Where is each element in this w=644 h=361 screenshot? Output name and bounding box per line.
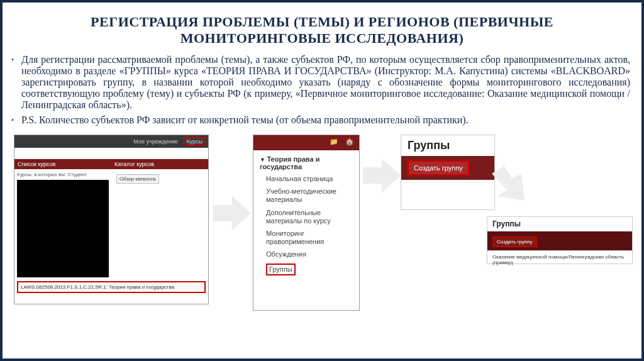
screenshot-gallery: Мое учреждение Курсы Список курсов Курсы…	[3, 135, 641, 323]
arrow-icon	[360, 153, 404, 197]
menu-item[interactable]: Обсуждения	[266, 250, 353, 258]
toolbar: 📁 🏠	[253, 135, 359, 150]
create-group-button[interactable]: Создать группу	[492, 236, 537, 247]
create-group-button[interactable]: Создать группу	[408, 160, 469, 175]
bullet-item: Для регистрации рассматриваемой проблемы…	[16, 54, 630, 111]
nav-link[interactable]: Мое учреждение	[133, 138, 178, 145]
menu-course-title[interactable]: Теория права и государства	[260, 155, 353, 170]
panel-title: Группы	[487, 217, 632, 231]
content-area	[17, 180, 109, 277]
menu-item[interactable]: Мониторинг правоприменения	[266, 230, 353, 246]
arrow-icon	[487, 166, 537, 216]
course-link-highlighted[interactable]: LAWS.082509.2013.F1.S.1.C.21.5R.1: Теори…	[17, 281, 206, 293]
bullet-item: P.S. Количество субъектов РФ зависит от …	[16, 114, 630, 126]
slide-title: РЕГИСТРАЦИЯ ПРОБЛЕМЫ (ТЕМЫ) И РЕГИОНОВ (…	[3, 3, 641, 52]
menu-item[interactable]: Учебно-методические материалы	[266, 187, 353, 204]
panel-title: Группы	[401, 135, 494, 156]
body-text: Курсы, в которых вы: Студент	[17, 172, 109, 177]
group-row[interactable]: Оказание медицинской помощи/Ленинградска…	[487, 250, 632, 269]
screenshot-course-menu: 📁 🏠 Теория права и государства Начальная…	[253, 135, 360, 311]
home-icon[interactable]: 🏠	[345, 138, 354, 145]
nav-link-courses[interactable]: Курсы	[183, 137, 206, 146]
screenshot-courses: Мое учреждение Курсы Список курсов Курсы…	[14, 135, 209, 304]
arrow-icon	[210, 191, 254, 235]
screenshot-groups-list: Группы Создать группу Оказание медицинск…	[487, 216, 633, 264]
menu-item-groups[interactable]: Группы	[266, 264, 296, 275]
top-nav: Мое учреждение Курсы	[14, 135, 208, 148]
browse-catalog-button[interactable]: Обзор каталога	[116, 174, 159, 184]
menu-item[interactable]: Дополнительные материалы по курсу	[266, 209, 353, 225]
menu-item[interactable]: Начальная страница	[266, 175, 353, 183]
panel-header: Каталог курсов	[111, 159, 208, 169]
folder-icon[interactable]: 📁	[330, 138, 338, 145]
screenshot-groups-panel: Группы Создать группу	[401, 135, 495, 210]
panel-header: Список курсов	[14, 159, 111, 169]
bullet-list: Для регистрации рассматриваемой проблемы…	[3, 52, 641, 132]
